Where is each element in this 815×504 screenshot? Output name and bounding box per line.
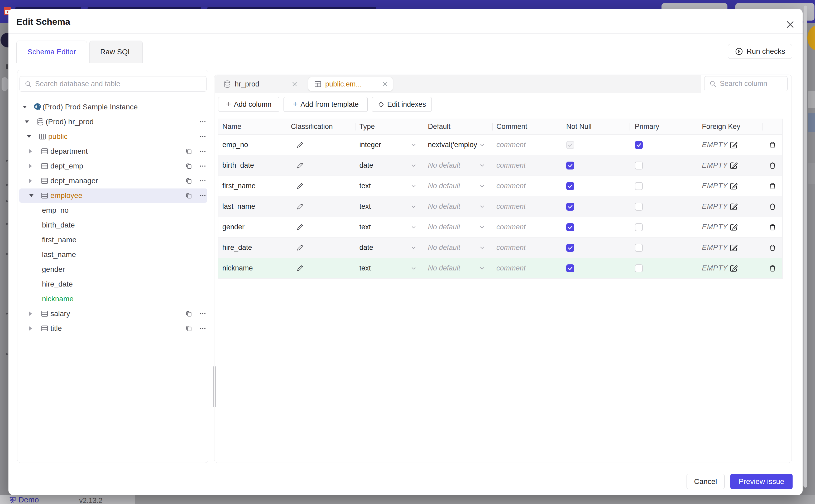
more-menu-icon[interactable] (199, 310, 207, 318)
default-select[interactable]: No default (424, 155, 493, 176)
add-from-template-button[interactable]: + Add from template (283, 97, 368, 112)
trash-icon[interactable] (769, 203, 777, 211)
tree-item-dept_manager[interactable]: dept_manager (17, 173, 208, 188)
comment-field[interactable]: comment (493, 155, 561, 176)
pencil-icon[interactable] (296, 182, 304, 190)
chevron-right-icon[interactable] (29, 164, 32, 168)
close-tab-icon[interactable] (381, 81, 388, 88)
more-menu-icon[interactable] (199, 162, 207, 170)
comment-field[interactable]: comment (493, 135, 561, 155)
primary-checkbox[interactable] (635, 141, 643, 149)
demo-link[interactable]: Demo (9, 496, 39, 503)
not-null-checkbox[interactable] (566, 264, 574, 272)
more-menu-icon[interactable] (199, 118, 207, 126)
trash-icon[interactable] (769, 264, 777, 272)
tree-item-column-first_name[interactable]: first_name (17, 232, 208, 247)
pencil-icon[interactable] (296, 264, 304, 272)
close-icon[interactable] (783, 18, 797, 31)
pencil-icon[interactable] (296, 203, 304, 211)
cancel-button[interactable]: Cancel (687, 474, 725, 489)
chevron-right-icon[interactable] (29, 179, 32, 183)
run-checks-button[interactable]: Run checks (728, 44, 792, 59)
primary-checkbox[interactable] (635, 244, 643, 252)
tree-item-dept_emp[interactable]: dept_emp (17, 159, 208, 173)
edit-foreign-key-icon[interactable] (730, 244, 738, 252)
column-name-cell[interactable]: birth_date (218, 155, 287, 176)
default-select[interactable]: nextval('employ (424, 135, 493, 155)
chevron-down-icon[interactable] (25, 120, 29, 123)
edit-foreign-key-icon[interactable] (730, 203, 738, 211)
trash-icon[interactable] (769, 223, 777, 231)
copy-icon[interactable] (185, 310, 193, 318)
tree-item-column-nickname[interactable]: nickname (17, 292, 208, 306)
tree-item-title[interactable]: title (17, 321, 208, 336)
add-column-button[interactable]: + Add column (218, 97, 279, 112)
comment-field[interactable]: comment (493, 217, 561, 237)
primary-checkbox[interactable] (635, 162, 643, 169)
copy-icon[interactable] (185, 147, 193, 155)
more-menu-icon[interactable] (199, 147, 207, 155)
copy-icon[interactable] (185, 192, 193, 200)
column-name-cell[interactable]: nickname (218, 258, 287, 278)
default-select[interactable]: No default (424, 176, 493, 196)
tab-schema-editor[interactable]: Schema Editor (16, 41, 87, 63)
not-null-checkbox[interactable] (566, 182, 574, 190)
chevron-right-icon[interactable] (29, 312, 32, 316)
chevron-right-icon[interactable] (29, 149, 32, 153)
more-menu-icon[interactable] (199, 192, 207, 200)
type-select[interactable]: date (355, 155, 424, 176)
column-name-cell[interactable]: last_name (218, 196, 287, 217)
tree-item-(Prod) hr_prod[interactable]: (Prod) hr_prod (17, 114, 208, 129)
edit-foreign-key-icon[interactable] (730, 162, 738, 169)
column-search-input[interactable] (720, 80, 787, 88)
type-select[interactable]: date (355, 238, 424, 258)
pencil-icon[interactable] (296, 223, 304, 231)
comment-field[interactable]: comment (493, 176, 561, 196)
not-null-checkbox[interactable] (566, 244, 574, 252)
edit-foreign-key-icon[interactable] (730, 182, 738, 190)
close-tab-icon[interactable] (291, 81, 298, 88)
tab-raw-sql[interactable]: Raw SQL (89, 41, 143, 63)
chevron-down-icon[interactable] (23, 106, 27, 108)
tree-item-column-last_name[interactable]: last_name (17, 247, 208, 262)
edit-foreign-key-icon[interactable] (730, 141, 738, 149)
pencil-icon[interactable] (296, 244, 304, 252)
trash-icon[interactable] (769, 162, 777, 169)
edit-indexes-button[interactable]: Edit indexes (372, 97, 432, 112)
pencil-icon[interactable] (296, 141, 304, 149)
type-select[interactable]: text (355, 258, 424, 278)
not-null-checkbox[interactable] (566, 162, 574, 169)
trash-icon[interactable] (769, 182, 777, 190)
chevron-right-icon[interactable] (29, 326, 32, 331)
editor-tab-publicem[interactable]: public.em... (308, 77, 393, 91)
more-menu-icon[interactable] (199, 133, 207, 140)
editor-tab-hr_prod[interactable]: hr_prod (218, 77, 302, 91)
column-name-cell[interactable]: gender (218, 217, 287, 237)
primary-checkbox[interactable] (635, 223, 643, 231)
default-select[interactable]: No default (424, 196, 493, 217)
tree-item-salary[interactable]: salary (17, 306, 208, 321)
comment-field[interactable]: comment (493, 258, 561, 278)
more-menu-icon[interactable] (199, 177, 207, 185)
tree-item-public[interactable]: public (17, 129, 208, 144)
column-name-cell[interactable]: first_name (218, 176, 287, 196)
default-select[interactable]: No default (424, 217, 493, 237)
not-null-checkbox[interactable] (566, 141, 574, 149)
not-null-checkbox[interactable] (566, 223, 574, 231)
comment-field[interactable]: comment (493, 238, 561, 258)
not-null-checkbox[interactable] (566, 203, 574, 211)
chevron-down-icon[interactable] (29, 194, 33, 197)
primary-checkbox[interactable] (635, 264, 643, 272)
type-select[interactable]: text (355, 217, 424, 237)
tree-item-column-emp_no[interactable]: emp_no (17, 203, 208, 218)
tree-item-(Prod) Prod Sample Instance[interactable]: (Prod) Prod Sample Instance (17, 100, 208, 114)
comment-field[interactable]: comment (493, 196, 561, 217)
trash-icon[interactable] (769, 244, 777, 252)
page-scrollbar[interactable] (803, 5, 807, 488)
tree-item-column-hire_date[interactable]: hire_date (17, 277, 208, 292)
primary-checkbox[interactable] (635, 182, 643, 190)
tree-item-column-gender[interactable]: gender (17, 262, 208, 277)
tree-item-column-birth_date[interactable]: birth_date (17, 218, 208, 232)
pencil-icon[interactable] (296, 162, 304, 169)
default-select[interactable]: No default (424, 238, 493, 258)
